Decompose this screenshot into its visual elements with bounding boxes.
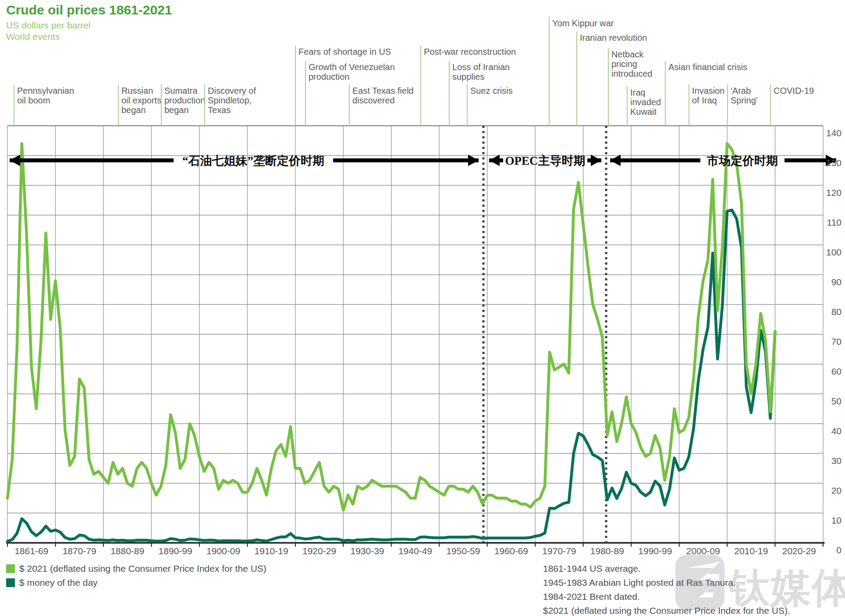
event-label: IraqinvadedKuwait — [630, 88, 661, 117]
event-label: Sumatraproductionbegan — [164, 86, 205, 115]
event-label: Pennsylvanianoil boom — [17, 86, 74, 105]
event-tick-icon — [161, 85, 162, 126]
legend-label: $ money of the day — [19, 577, 98, 588]
event-tick-icon — [295, 46, 296, 126]
event-label: Iranian revolution — [580, 33, 647, 42]
x-axis-tick-label: 1950-59 — [446, 546, 480, 556]
event-tick-icon — [689, 85, 689, 126]
event-tick-icon — [420, 46, 421, 126]
y-axis-tick-label: 0 — [826, 545, 841, 556]
event-tick-icon — [665, 61, 666, 126]
event-tick-icon — [467, 85, 468, 126]
legend-label: $ 2021 (deflated using the Consumer Pric… — [19, 563, 266, 574]
y-axis-tick-label: 70 — [826, 336, 841, 347]
chart-title: Crude oil prices 1861-2021 — [6, 3, 172, 18]
note-line: 1945-1983 Arabian Light posted at Ras Ta… — [543, 576, 790, 590]
event-tick-icon — [305, 61, 306, 126]
event-tick-icon — [608, 48, 609, 126]
event-tick-icon — [576, 32, 577, 126]
y-axis-tick-label: 20 — [826, 485, 841, 496]
y-axis-tick-label: 60 — [826, 366, 841, 377]
y-axis-tick-label: 100 — [826, 247, 841, 258]
event-tick-icon — [727, 85, 728, 126]
event-label: 'ArabSpring' — [731, 86, 758, 105]
period-label-seven-sisters: “石油七姐妹”垄断定价时期 — [182, 153, 324, 169]
y-axis-tick-label: 120 — [826, 188, 841, 198]
y-axis-tick-label: 30 — [826, 456, 841, 466]
x-axis-tick-label: 1940-49 — [398, 546, 432, 556]
event-label: Russianoil exportsbegan — [121, 86, 161, 115]
event-label: Fears of shortage in US — [298, 47, 391, 57]
y-axis-tick-label: 80 — [826, 307, 841, 317]
event-label: East Texas fielddiscovered — [352, 86, 414, 105]
x-axis-tick-label: 1861-69 — [14, 546, 48, 556]
x-axis-tick-label: 1880-89 — [110, 546, 144, 556]
y-axis-tick-label: 40 — [826, 426, 841, 436]
event-tick-icon — [14, 85, 14, 126]
event-tick-icon — [349, 85, 350, 126]
event-tick-icon — [549, 17, 550, 126]
x-axis-tick-label: 1890-99 — [159, 546, 192, 556]
note-line: 1861-1944 US average. — [543, 562, 790, 576]
y-axis-tick-label: 90 — [826, 277, 841, 287]
x-axis-tick-label: 1970-79 — [542, 546, 576, 556]
event-label: Loss of Iraniansupplies — [452, 62, 510, 81]
legend-swatch-2021-icon — [6, 564, 15, 573]
x-axis-tick-label: 1990-99 — [638, 546, 672, 556]
legend-swatch-money-icon — [6, 578, 15, 587]
event-label: COVID-19 — [774, 86, 814, 96]
event-tick-icon — [118, 85, 119, 126]
y-axis-tick-label: 50 — [826, 396, 841, 407]
x-axis-tick-label: 1900-09 — [206, 546, 240, 556]
x-axis-tick-label: 2000-09 — [686, 546, 720, 556]
event-label: Post-war reconstruction — [424, 47, 516, 57]
chart-subtitle-world-events: World events — [6, 32, 60, 42]
x-axis-tick-label: 1930-39 — [350, 546, 384, 556]
event-label: Netbackpricingintroduced — [611, 50, 652, 78]
x-axis-tick-label: 1870-79 — [63, 546, 96, 556]
x-axis-tick-label: 1910-19 — [255, 546, 288, 556]
source-notes: 1861-1944 US average. 1945-1983 Arabian … — [543, 562, 790, 616]
y-axis-tick-label: 110 — [826, 217, 841, 228]
event-tick-icon — [204, 85, 205, 126]
event-label: Asian financial crisis — [668, 62, 747, 72]
note-line: $2021 (deflated using the Consumer Price… — [543, 604, 790, 616]
period-label-opec: OPEC主导时期 — [505, 153, 585, 169]
x-axis-tick-label: 1960-69 — [494, 546, 528, 556]
chart-subtitle-units: US dollars per barrel — [6, 20, 91, 31]
x-axis-tick-label: 1920-29 — [302, 546, 336, 556]
event-label: Invasionof Iraq — [692, 86, 725, 105]
event-label: Yom Kippur war — [552, 18, 614, 28]
x-axis-tick-label: 2010-19 — [734, 546, 768, 556]
x-axis-tick-label: 1980-89 — [590, 546, 624, 556]
event-label: Discovery ofSpindletop,Texas — [208, 86, 256, 115]
y-axis-tick-label: 10 — [826, 515, 841, 526]
note-line: 1984-2021 Brent dated. — [543, 590, 790, 604]
event-tick-icon — [449, 61, 450, 126]
y-axis-tick-label: 130 — [826, 158, 841, 168]
event-tick-icon — [627, 86, 628, 126]
event-label: Growth of Venezuelanproduction — [309, 62, 395, 81]
x-axis-tick-label: 2020-29 — [782, 546, 816, 556]
y-axis-tick-label: 140 — [826, 128, 841, 138]
event-tick-icon — [770, 85, 771, 126]
event-label: Suez crisis — [470, 86, 513, 96]
period-label-market-pricing: 市场定价时期 — [707, 153, 778, 169]
